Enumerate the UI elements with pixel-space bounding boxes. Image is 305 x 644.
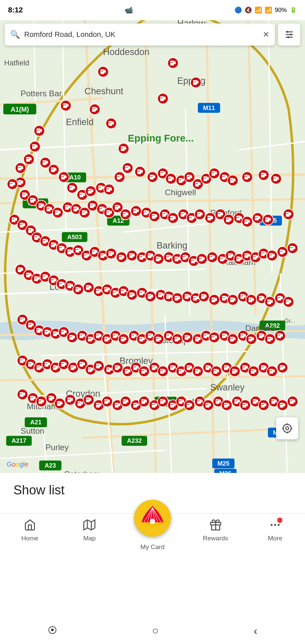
- bluetooth-icon: 🔵: [234, 6, 242, 14]
- svg-text:A217: A217: [11, 437, 26, 444]
- svg-text:Bromley: Bromley: [120, 356, 153, 366]
- nav-item-more[interactable]: More: [258, 519, 292, 542]
- map-container[interactable]: A1(M) A10 A12 A406 A503 A21 A23 A217 A28…: [0, 20, 305, 473]
- battery-icon: 🔋: [290, 6, 297, 14]
- android-home-button[interactable]: ○: [152, 625, 159, 637]
- svg-text:Swanley: Swanley: [210, 382, 245, 392]
- more-icon: [269, 519, 281, 533]
- svg-text:Dartford: Dartford: [245, 324, 275, 333]
- svg-text:M11: M11: [203, 104, 215, 111]
- svg-text:Mitcham: Mitcham: [27, 402, 58, 411]
- svg-text:A12: A12: [113, 217, 124, 224]
- svg-text:Epping: Epping: [177, 76, 206, 86]
- svg-text:A232: A232: [127, 437, 142, 444]
- map-label: Map: [83, 535, 96, 542]
- svg-text:M25: M25: [217, 460, 229, 467]
- svg-point-4: [290, 34, 292, 35]
- svg-text:A1(M): A1(M): [11, 106, 29, 113]
- svg-text:Hoddesdon: Hoddesdon: [103, 47, 149, 57]
- location-button[interactable]: [276, 417, 298, 439]
- svg-text:A406: A406: [28, 200, 43, 207]
- svg-text:Enfield: Enfield: [66, 117, 94, 127]
- battery-level: 90%: [275, 7, 287, 14]
- shell-fab-button[interactable]: [134, 500, 171, 537]
- svg-text:Chigwell: Chigwell: [165, 188, 196, 197]
- search-clear-button[interactable]: ✕: [263, 30, 269, 39]
- status-time: 8:12: [8, 6, 23, 14]
- nav-item-map[interactable]: Map: [73, 519, 106, 542]
- home-label: Home: [21, 535, 38, 542]
- nav-item-rewards[interactable]: Rewards: [199, 519, 232, 542]
- shell-logo-icon: [139, 505, 166, 532]
- svg-point-1423: [283, 424, 291, 432]
- mycard-label-text: My Card: [140, 543, 165, 550]
- mute-icon: 🔇: [245, 6, 252, 14]
- svg-point-1431: [278, 524, 280, 526]
- android-back-button[interactable]: ‹: [254, 624, 257, 637]
- home-icon: [24, 519, 36, 533]
- search-bar: 🔍 Romford Road, London, UK ✕: [5, 23, 300, 46]
- status-icons: 🔵 🔇 📶 📶 90% 🔋: [234, 6, 297, 14]
- svg-point-1430: [274, 524, 276, 526]
- show-list-label[interactable]: Show list: [13, 483, 64, 497]
- signal-icon: 📶: [265, 6, 272, 14]
- svg-text:Croydon: Croydon: [66, 389, 100, 399]
- google-logo: Google: [7, 461, 29, 468]
- mycard-label: My Card: [0, 543, 305, 551]
- more-badge: [277, 518, 282, 523]
- filter-button[interactable]: [278, 23, 300, 46]
- map-svg: A1(M) A10 A12 A406 A503 A21 A23 A217 A28…: [0, 20, 305, 473]
- svg-text:A21: A21: [30, 419, 42, 426]
- svg-text:Gr...: Gr...: [285, 317, 295, 324]
- svg-text:London: London: [49, 282, 80, 292]
- search-value: Romford Road, London, UK: [24, 30, 263, 39]
- more-label: More: [268, 535, 282, 542]
- svg-text:Sidcup: Sidcup: [161, 335, 189, 345]
- svg-text:Orpington: Orpington: [165, 397, 205, 407]
- svg-text:Br...: Br...: [264, 169, 274, 176]
- svg-text:Rainham: Rainham: [223, 258, 256, 267]
- svg-point-5: [288, 36, 289, 38]
- svg-marker-1424: [84, 520, 95, 530]
- svg-text:Cheshunt: Cheshunt: [85, 86, 124, 96]
- svg-point-1429: [271, 524, 273, 526]
- rewards-icon: [210, 519, 222, 533]
- svg-text:M25: M25: [265, 217, 277, 224]
- svg-text:Sutton: Sutton: [20, 426, 44, 435]
- svg-text:Epping Fore...: Epping Fore...: [128, 132, 193, 144]
- svg-point-1432: [150, 519, 155, 524]
- svg-text:Barking: Barking: [157, 240, 187, 251]
- svg-text:Potters Bar: Potters Bar: [20, 89, 62, 98]
- wifi-icon: 📶: [255, 6, 262, 14]
- status-bar: 8:12 📹 🔵 🔇 📶 📶 90% 🔋: [0, 0, 305, 20]
- svg-text:Romford: Romford: [210, 208, 242, 217]
- svg-text:Purley: Purley: [45, 443, 69, 452]
- nav-item-home[interactable]: Home: [13, 519, 47, 542]
- search-icon: 🔍: [10, 30, 20, 39]
- svg-text:A10: A10: [69, 174, 81, 181]
- camera-icon: 📹: [125, 6, 133, 14]
- svg-point-3: [287, 31, 288, 33]
- android-recents-button[interactable]: ⦿: [48, 625, 57, 636]
- svg-text:A503: A503: [67, 233, 82, 240]
- svg-text:Hatfield: Hatfield: [4, 59, 29, 67]
- svg-point-1422: [286, 427, 289, 430]
- svg-text:Caterham: Caterham: [64, 470, 100, 473]
- svg-text:M26: M26: [219, 470, 231, 473]
- search-input-container[interactable]: 🔍 Romford Road, London, UK ✕: [5, 23, 275, 46]
- rewards-label: Rewards: [203, 535, 228, 542]
- android-nav-bar: ⦿ ○ ‹: [0, 617, 305, 644]
- map-icon: [83, 519, 95, 533]
- svg-text:A23: A23: [45, 462, 56, 469]
